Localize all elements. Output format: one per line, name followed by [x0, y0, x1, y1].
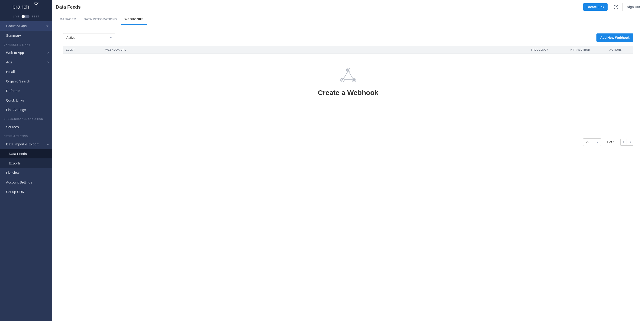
app-selector[interactable]: Unnamed App: [0, 21, 52, 31]
page-size-value: 25: [586, 140, 589, 144]
sidebar-item-referrals[interactable]: Referrals: [0, 86, 52, 95]
help-button[interactable]: [611, 3, 621, 11]
caret-down-icon: [110, 37, 112, 38]
page-buttons: [620, 139, 633, 146]
app-name: Unnamed App: [6, 24, 27, 28]
sidebar-item-setup-sdk[interactable]: Set up SDK: [0, 187, 52, 197]
sidebar-item-label: Set up SDK: [6, 190, 24, 194]
chevron-down-icon: [47, 143, 49, 145]
sidebar-item-link-settings[interactable]: Link Settings: [0, 105, 52, 114]
caret-down-icon: [596, 142, 598, 143]
filter-select[interactable]: Active: [63, 33, 115, 42]
tab-manager[interactable]: MANAGER: [56, 14, 80, 25]
env-live-label: LIVE: [13, 15, 20, 18]
empty-title: Create a Webhook: [63, 89, 633, 97]
sidebar-item-summary[interactable]: Summary: [0, 31, 52, 40]
sidebar-item-label: Liveview: [6, 171, 20, 175]
svg-point-1: [34, 3, 34, 3]
sidebar-item-exports[interactable]: Exports: [0, 158, 52, 168]
page-next-button[interactable]: [627, 139, 633, 145]
topbar: Data Feeds Create Link Sign Out: [52, 0, 644, 14]
sidebar-item-label: Summary: [6, 34, 21, 37]
sidebar-item-label: Referrals: [6, 89, 20, 93]
empty-state: Create a Webhook: [63, 54, 633, 104]
sidebar-item-account-settings[interactable]: Account Settings: [0, 178, 52, 187]
toolbar: Active Add New Webhook: [63, 33, 633, 42]
svg-point-9: [340, 78, 344, 82]
sidebar: branch LIVE TEST Unnamed App Summary CHA…: [0, 0, 52, 321]
main: Data Feeds Create Link Sign Out MANAGER …: [52, 0, 644, 321]
chevron-left-icon: [623, 141, 624, 143]
sidebar-item-label: Web to App: [6, 51, 24, 55]
brand-logo[interactable]: branch: [0, 0, 52, 13]
svg-point-2: [35, 3, 36, 3]
sidebar-section-analytics: CROSS-CHANNEL ANALYTICS: [0, 114, 52, 122]
chevron-right-icon: [47, 61, 49, 63]
sidebar-item-data-import-export[interactable]: Data Import & Export: [0, 139, 52, 149]
content: Active Add New Webhook EVENT WEBHOOK URL…: [52, 25, 644, 154]
sidebar-item-label: Data Import & Export: [6, 142, 38, 146]
help-icon: [614, 5, 618, 10]
sidebar-item-label: Account Settings: [6, 180, 32, 184]
svg-point-11: [352, 78, 356, 82]
sidebar-item-ads[interactable]: Ads: [0, 57, 52, 67]
topbar-actions: Create Link Sign Out: [583, 3, 640, 11]
page-prev-button[interactable]: [620, 139, 627, 145]
sidebar-item-sources[interactable]: Sources: [0, 122, 52, 132]
tabs: MANAGER DATA INTEGRATIONS WEBHOOKS: [52, 14, 644, 25]
filter-value: Active: [66, 36, 75, 40]
env-test-label: TEST: [32, 15, 39, 18]
add-webhook-button[interactable]: Add New Webhook: [596, 34, 633, 42]
tab-data-integrations[interactable]: DATA INTEGRATIONS: [80, 14, 121, 25]
th-method: HTTP METHOD: [568, 46, 607, 53]
sidebar-item-web-to-app[interactable]: Web to App: [0, 48, 52, 57]
pager: 25 1 of 1: [63, 138, 633, 146]
sign-out-link[interactable]: Sign Out: [622, 3, 640, 11]
page-title: Data Feeds: [56, 5, 81, 10]
th-url: WEBHOOK URL: [102, 46, 528, 53]
sidebar-item-label: Ads: [6, 60, 12, 64]
env-toggle[interactable]: LIVE TEST: [0, 13, 52, 21]
chevron-right-icon: [629, 141, 631, 143]
create-link-button[interactable]: Create Link: [583, 3, 607, 11]
th-event: EVENT: [63, 46, 102, 53]
table-header: EVENT WEBHOOK URL FREQUENCY HTTP METHOD …: [63, 46, 633, 54]
sidebar-section-setup: SETUP & TESTING: [0, 132, 52, 139]
sidebar-item-organic-search[interactable]: Organic Search: [0, 76, 52, 86]
sidebar-item-label: Link Settings: [6, 108, 26, 112]
sidebar-item-label: Data Feeds: [9, 152, 27, 156]
svg-text:branch: branch: [12, 4, 29, 10]
webhook-icon: [340, 68, 357, 83]
page-info: 1 of 1: [607, 140, 615, 144]
caret-down-icon: [46, 26, 48, 27]
tab-webhooks[interactable]: WEBHOOKS: [121, 14, 147, 25]
sidebar-section-channels: CHANNELS & LINKS: [0, 40, 52, 48]
svg-point-7: [346, 68, 350, 72]
sidebar-item-label: Email: [6, 70, 15, 74]
chevron-right-icon: [47, 52, 49, 53]
toggle-switch[interactable]: [22, 15, 30, 18]
page-size-select[interactable]: 25: [583, 138, 601, 146]
th-actions: ACTIONS: [607, 46, 633, 53]
sidebar-item-label: Exports: [9, 161, 21, 165]
sidebar-item-email[interactable]: Email: [0, 67, 52, 76]
svg-point-4: [38, 3, 38, 3]
th-frequency: FREQUENCY: [528, 46, 568, 53]
sidebar-item-data-feeds[interactable]: Data Feeds: [0, 149, 52, 158]
svg-point-3: [36, 3, 37, 3]
sidebar-item-label: Sources: [6, 125, 19, 129]
sidebar-item-quick-links[interactable]: Quick Links: [0, 95, 52, 105]
sidebar-item-liveview[interactable]: Liveview: [0, 168, 52, 178]
sidebar-item-label: Organic Search: [6, 79, 30, 83]
sidebar-item-label: Quick Links: [6, 98, 24, 102]
